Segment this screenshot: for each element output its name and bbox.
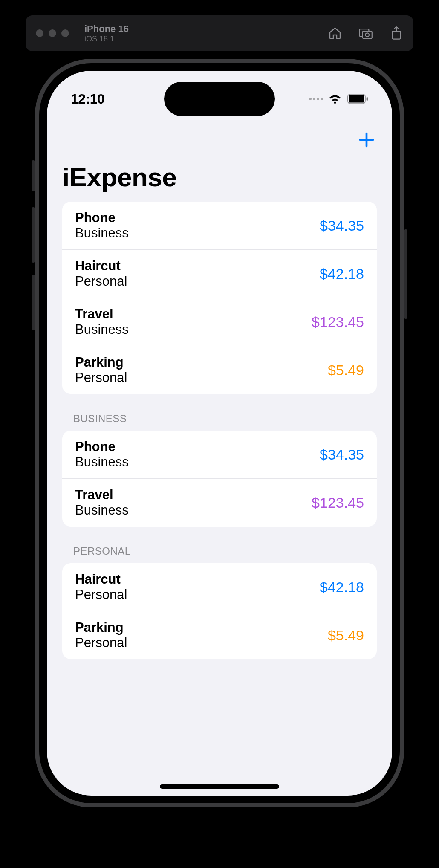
page-title: iExpense <box>47 153 392 199</box>
expense-amount: $42.18 <box>320 266 364 282</box>
dynamic-island <box>164 82 275 116</box>
expense-type: Personal <box>75 587 127 602</box>
expense-name: Travel <box>75 487 129 503</box>
zoom-window-button[interactable] <box>61 29 69 37</box>
simulator-toolbar: iPhone 16 iOS 18.1 <box>26 15 413 51</box>
svg-rect-1 <box>363 31 372 38</box>
app-content: iExpense PhoneBusiness$34.35HaircutPerso… <box>47 71 392 796</box>
expense-amount: $123.45 <box>312 495 364 511</box>
expense-amount: $5.49 <box>328 627 364 644</box>
phone-frame: 12:10 <box>35 59 404 807</box>
expense-name: Travel <box>75 307 129 322</box>
cellular-icon <box>309 98 323 100</box>
expense-type: Personal <box>75 635 127 651</box>
expense-name: Phone <box>75 210 129 226</box>
expense-type: Personal <box>75 370 127 385</box>
expense-row[interactable]: PhoneBusiness$34.35 <box>62 431 377 479</box>
expense-type: Personal <box>75 274 127 289</box>
status-time: 12:10 <box>71 91 104 107</box>
list-group: PhoneBusiness$34.35TravelBusiness$123.45 <box>62 431 377 527</box>
battery-icon <box>347 94 368 104</box>
expense-amount: $5.49 <box>328 362 364 379</box>
phone-screen: 12:10 <box>47 71 392 796</box>
svg-rect-6 <box>367 97 368 101</box>
section-header: PERSONAL <box>47 527 392 563</box>
volume-down-button <box>32 275 35 330</box>
expense-name: Haircut <box>75 258 127 274</box>
share-icon[interactable] <box>390 26 403 40</box>
list-group: PhoneBusiness$34.35HaircutPersonal$42.18… <box>62 202 377 394</box>
svg-rect-3 <box>392 31 401 39</box>
expense-name: Parking <box>75 620 127 635</box>
expense-row[interactable]: HaircutPersonal$42.18 <box>62 563 377 611</box>
expense-name: Phone <box>75 439 129 454</box>
expense-name: Haircut <box>75 572 127 587</box>
expense-row[interactable]: TravelBusiness$123.45 <box>62 298 377 346</box>
section-header: BUSINESS <box>47 394 392 431</box>
add-button[interactable] <box>356 128 377 153</box>
list-group: HaircutPersonal$42.18ParkingPersonal$5.4… <box>62 563 377 659</box>
expense-type: Business <box>75 226 129 241</box>
expense-amount: $42.18 <box>320 579 364 596</box>
side-button-action <box>32 160 35 191</box>
expense-type: Business <box>75 454 129 470</box>
expense-row[interactable]: PhoneBusiness$34.35 <box>62 202 377 250</box>
plus-icon <box>358 131 375 148</box>
simulator-device-info: iPhone 16 iOS 18.1 <box>84 23 129 43</box>
home-icon[interactable] <box>328 26 342 40</box>
minimize-window-button[interactable] <box>49 29 56 37</box>
expense-type: Business <box>75 322 129 337</box>
expense-amount: $34.35 <box>320 446 364 463</box>
expense-row[interactable]: ParkingPersonal$5.49 <box>62 611 377 659</box>
device-name: iPhone 16 <box>84 23 129 35</box>
expense-name: Parking <box>75 355 127 370</box>
expense-amount: $123.45 <box>312 314 364 330</box>
close-window-button[interactable] <box>36 29 43 37</box>
wifi-icon <box>328 94 342 104</box>
power-button <box>404 229 407 319</box>
device-os-version: iOS 18.1 <box>84 35 129 43</box>
screenshot-icon[interactable] <box>359 26 373 40</box>
home-indicator[interactable] <box>160 784 279 789</box>
expense-row[interactable]: HaircutPersonal$42.18 <box>62 250 377 298</box>
expense-amount: $34.35 <box>320 217 364 234</box>
expense-row[interactable]: TravelBusiness$123.45 <box>62 479 377 527</box>
expense-row[interactable]: ParkingPersonal$5.49 <box>62 346 377 394</box>
navigation-bar <box>47 122 392 153</box>
svg-rect-5 <box>349 95 364 102</box>
window-traffic-lights <box>36 29 69 37</box>
expense-type: Business <box>75 503 129 518</box>
volume-up-button <box>32 207 35 263</box>
